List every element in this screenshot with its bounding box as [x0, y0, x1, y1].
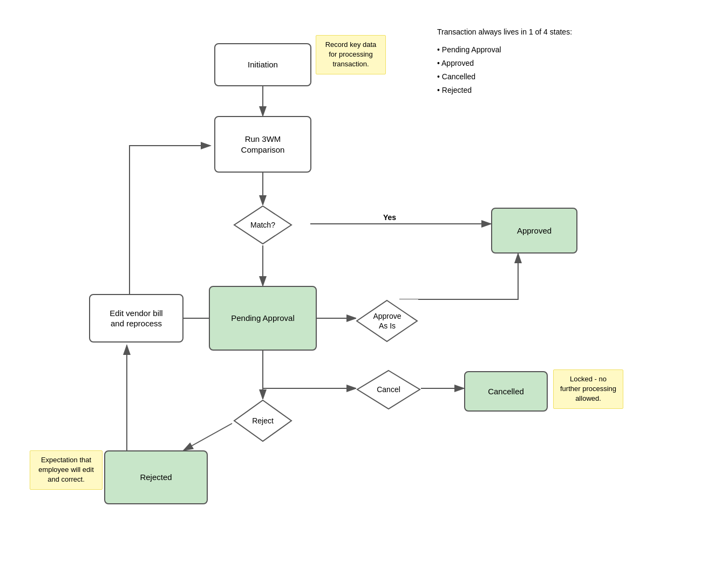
run3wm-node: Run 3WM Comparison: [214, 116, 311, 173]
diagram-container: Yes Initiation Record key data for proce…: [0, 0, 728, 582]
info-panel: Transaction always lives in 1 of 4 state…: [437, 27, 621, 97]
match-label: Match?: [250, 220, 275, 230]
reject-label: Reject: [252, 416, 274, 426]
expectation-sticky-text: Expectation that employee will edit and …: [36, 455, 97, 485]
initiation-node: Initiation: [214, 43, 311, 86]
approved-node: Approved: [491, 208, 577, 254]
info-item-1: • Pending Approval: [437, 43, 621, 57]
info-item-3: • Cancelled: [437, 70, 621, 84]
run3wm-label: Run 3WM Comparison: [241, 134, 285, 155]
cancelled-label: Cancelled: [488, 386, 524, 397]
record-sticky: Record key data for processing transacti…: [316, 35, 386, 74]
cancel-node: Cancel: [356, 369, 421, 410]
cancelled-node: Cancelled: [464, 371, 548, 412]
rejected-node: Rejected: [104, 450, 208, 504]
pending-approval-node: Pending Approval: [209, 286, 317, 351]
record-sticky-text: Record key data for processing transacti…: [322, 40, 380, 70]
edit-vendor-label: Edit vendor bill and reprocess: [110, 308, 162, 329]
yes-label: Yes: [383, 213, 396, 222]
approve-as-is-node: Approve As Is: [356, 299, 418, 343]
reject-node: Reject: [233, 399, 292, 442]
locked-sticky-text: Locked - no further processing allowed.: [559, 374, 617, 404]
approve-as-is-label: Approve As Is: [373, 311, 401, 331]
initiation-label: Initiation: [248, 59, 278, 70]
locked-sticky: Locked - no further processing allowed.: [553, 369, 623, 409]
cancel-label: Cancel: [377, 385, 400, 394]
expectation-sticky: Expectation that employee will edit and …: [30, 450, 103, 490]
edit-vendor-node: Edit vendor bill and reprocess: [89, 294, 183, 343]
approved-label: Approved: [517, 225, 552, 236]
info-title: Transaction always lives in 1 of 4 state…: [437, 27, 621, 38]
pending-approval-label: Pending Approval: [231, 313, 295, 324]
rejected-label: Rejected: [140, 472, 172, 483]
match-node: Match?: [233, 205, 292, 245]
info-item-4: • Rejected: [437, 84, 621, 97]
info-item-2: • Approved: [437, 57, 621, 70]
svg-line-8: [183, 423, 232, 450]
